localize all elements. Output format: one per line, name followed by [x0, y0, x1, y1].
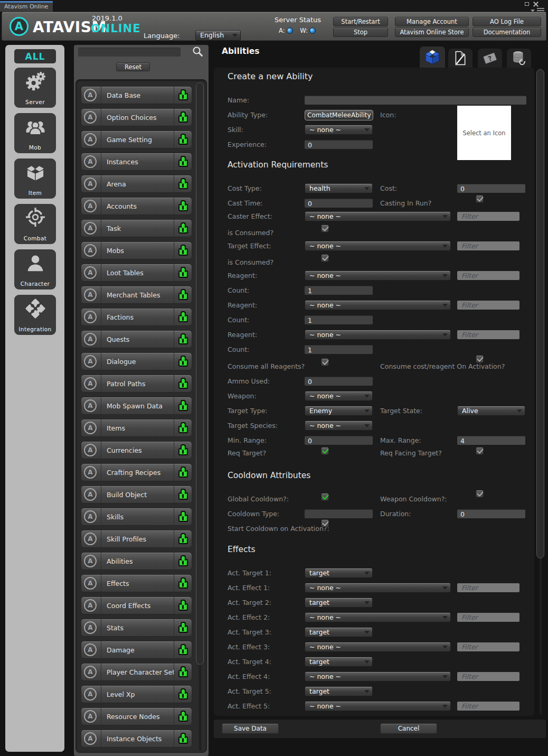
reagent-select[interactable]: ~ none ~: [305, 330, 451, 340]
sidebar-item-character[interactable]: Character: [14, 249, 56, 290]
scrollbar-thumb[interactable]: [196, 82, 204, 665]
act-target-select[interactable]: target: [305, 598, 373, 608]
lock-icon[interactable]: [178, 559, 188, 566]
reagent-filter-input[interactable]: [457, 271, 519, 280]
catalog-item[interactable]: A Mob Spawn Data: [81, 397, 192, 415]
catalog-item[interactable]: A Factions: [81, 308, 192, 326]
catalog-item[interactable]: A Skill Profiles: [81, 530, 192, 548]
caster-effect-select[interactable]: ~ none ~: [305, 211, 451, 221]
catalog-item[interactable]: A Stats: [81, 619, 192, 637]
count-field[interactable]: [305, 315, 373, 324]
act-effect-select[interactable]: ~ none ~: [305, 671, 451, 682]
catalog-item[interactable]: A Dialogue: [81, 352, 192, 370]
req-target-checkbox[interactable]: [321, 447, 329, 455]
casting-in-run-checkbox[interactable]: [476, 195, 484, 203]
lock-icon[interactable]: [178, 137, 188, 145]
cost-type-select[interactable]: health: [305, 183, 373, 193]
sidebar-item-combat[interactable]: Combat: [14, 204, 56, 244]
catalog-item[interactable]: A Mobs: [81, 241, 192, 259]
target-state-select[interactable]: Alive: [457, 406, 525, 416]
start-cooldown-checkbox[interactable]: [321, 519, 329, 527]
lock-icon[interactable]: [178, 160, 188, 167]
sidebar-item-mob[interactable]: Mob: [14, 113, 56, 153]
sidebar-item-integration[interactable]: Integration: [14, 295, 56, 335]
search-input[interactable]: [78, 48, 181, 57]
lock-icon[interactable]: [178, 248, 188, 256]
caster-effect-filter-input[interactable]: [457, 212, 519, 221]
create-new-tab[interactable]: [420, 46, 445, 68]
catalog-item[interactable]: A Accounts: [81, 197, 192, 215]
act-effect-select[interactable]: ~ none ~: [305, 642, 451, 652]
ammo-used-field[interactable]: [305, 377, 373, 386]
lock-icon[interactable]: [178, 337, 188, 344]
lock-icon[interactable]: [178, 448, 188, 455]
lock-icon[interactable]: [178, 648, 188, 655]
min-range-field[interactable]: [305, 436, 373, 445]
catalog-item[interactable]: A Damage: [81, 641, 192, 659]
lock-icon[interactable]: [178, 359, 188, 367]
target-species-select[interactable]: ~ none ~: [305, 421, 373, 431]
help-tab[interactable]: ?: [478, 49, 502, 68]
store-button[interactable]: Atavism Online Store: [395, 27, 469, 37]
lock-icon[interactable]: [178, 426, 188, 433]
catalog-item[interactable]: A Resource Nodes: [81, 707, 192, 725]
catalog-item[interactable]: A Patrol Paths: [81, 375, 192, 393]
experience-field[interactable]: [305, 140, 373, 149]
catalog-item[interactable]: A Loot Tables: [81, 264, 192, 282]
cast-time-field[interactable]: [305, 199, 373, 208]
lock-icon[interactable]: [178, 537, 188, 544]
count-field[interactable]: [305, 345, 373, 354]
reagent-filter-input[interactable]: [457, 301, 519, 310]
catalog-item[interactable]: A Instances: [81, 153, 192, 171]
edit-tab[interactable]: [448, 49, 473, 68]
consume-on-activation-checkbox[interactable]: [476, 355, 484, 363]
lock-icon[interactable]: [178, 404, 188, 411]
catalog-item[interactable]: A Arena: [81, 175, 192, 193]
act-effect-select[interactable]: ~ none ~: [305, 701, 451, 711]
catalog-item[interactable]: A Task: [81, 219, 192, 237]
target-effect-consumed-checkbox[interactable]: [321, 254, 329, 262]
catalog-item[interactable]: A Build Object: [81, 486, 192, 503]
ability-type-select[interactable]: CombatMeleeAbility: [305, 110, 373, 120]
act-effect-select[interactable]: ~ none ~: [305, 612, 451, 622]
global-cooldown-checkbox[interactable]: [321, 493, 329, 501]
catalog-item[interactable]: A Coord Effects: [81, 596, 192, 614]
target-effect-filter-input[interactable]: [457, 241, 519, 250]
catalog-item[interactable]: A Data Base: [81, 86, 192, 104]
weapon-cooldown-checkbox[interactable]: [476, 490, 484, 498]
lock-icon[interactable]: [178, 226, 188, 234]
lock-icon[interactable]: [178, 492, 188, 500]
start-restart-button[interactable]: Start/Restart: [333, 17, 388, 26]
lock-icon[interactable]: [178, 692, 188, 699]
lock-icon[interactable]: [178, 381, 188, 389]
lock-icon[interactable]: [178, 315, 188, 322]
target-effect-select[interactable]: ~ none ~: [305, 241, 451, 251]
act-effect-select[interactable]: ~ none ~: [305, 583, 451, 593]
reset-button[interactable]: Reset: [116, 62, 150, 71]
catalog-item[interactable]: A Effects: [81, 574, 192, 592]
close-icon[interactable]: [533, 2, 538, 7]
language-select[interactable]: English: [195, 30, 241, 41]
cooldown-type-field[interactable]: [305, 509, 373, 518]
catalog-item[interactable]: A Player Character Setup: [81, 663, 192, 681]
catalog-item[interactable]: A Option Choices: [81, 108, 192, 126]
name-field[interactable]: [305, 96, 526, 105]
catalog-item[interactable]: A Currencies: [81, 441, 192, 459]
documentation-button[interactable]: Documentation: [473, 27, 541, 37]
save-data-button[interactable]: Save Data: [222, 723, 279, 734]
lock-icon[interactable]: [178, 270, 188, 278]
lock-icon[interactable]: [178, 670, 188, 677]
reagent-select[interactable]: ~ none ~: [305, 270, 451, 281]
lock-icon[interactable]: [178, 626, 188, 633]
lock-icon[interactable]: [178, 470, 188, 478]
lock-icon[interactable]: [178, 603, 188, 611]
act-target-select[interactable]: target: [305, 686, 373, 696]
sidebar-item-all[interactable]: ALL: [14, 49, 56, 63]
catalog-item[interactable]: A Items: [81, 419, 192, 437]
catalog-item[interactable]: A Abilities: [81, 552, 192, 570]
lock-icon[interactable]: [178, 115, 188, 123]
catalog-item[interactable]: A Level Xp: [81, 685, 192, 703]
count-field[interactable]: [305, 286, 373, 295]
lock-icon[interactable]: [178, 515, 188, 522]
scrollbar-thumb[interactable]: [536, 69, 544, 558]
